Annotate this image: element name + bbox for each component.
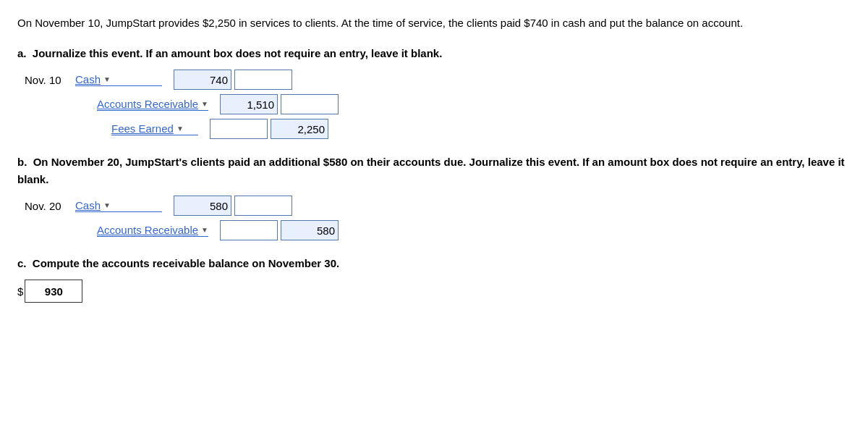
amount-pair-b1 (174, 196, 292, 216)
section-b-journal: Nov. 20 Cash ▼ Accounts Receivable ▼ (25, 196, 851, 240)
journal-row-a2: Accounts Receivable ▼ (97, 94, 851, 114)
intro-text: On November 10, JumpStart provides $2,25… (17, 17, 743, 29)
section-a-journal: Nov. 10 Cash ▼ Accounts Receivable ▼ (25, 70, 851, 139)
debit-input-a1[interactable] (174, 70, 231, 90)
cash-label-b: Cash (75, 199, 101, 211)
amount-pair-b2 (220, 220, 339, 240)
amount-pair-a2 (220, 94, 339, 114)
section-b-instruction: On November 20, JumpStart's clients paid… (17, 156, 845, 185)
credit-input-a2[interactable] (281, 94, 339, 114)
cash-dropdown-a[interactable]: Cash ▼ (75, 73, 162, 86)
debit-input-a3[interactable] (210, 119, 268, 139)
debit-input-b1[interactable] (174, 196, 231, 216)
section-c-letter: c. (17, 257, 27, 269)
accounts-receivable-label-a: Accounts Receivable (97, 98, 198, 110)
cash-label-a: Cash (75, 73, 101, 85)
section-a-letter: a. (17, 47, 27, 59)
amount-pair-a1 (174, 70, 292, 90)
cash-arrow-a: ▼ (103, 75, 111, 83)
credit-input-a3[interactable] (271, 119, 328, 139)
debit-input-a2[interactable] (220, 94, 278, 114)
section-c: c. Compute the accounts receivable balan… (17, 255, 851, 303)
section-a-instruction: Journalize this event. If an amount box … (33, 47, 443, 59)
section-a-label: a. Journalize this event. If an amount b… (17, 45, 851, 62)
cash-arrow-b: ▼ (103, 201, 111, 209)
accounts-receivable-arrow-b: ▼ (201, 226, 208, 234)
intro-paragraph: On November 10, JumpStart provides $2,25… (17, 14, 851, 32)
accounts-receivable-dropdown-a[interactable]: Accounts Receivable ▼ (97, 98, 208, 111)
accounts-receivable-arrow-a: ▼ (201, 100, 208, 108)
section-b: b. On November 20, JumpStart's clients p… (17, 154, 851, 240)
balance-row: $ (17, 280, 851, 303)
credit-input-b2[interactable] (281, 220, 339, 240)
section-c-label: c. Compute the accounts receivable balan… (17, 255, 851, 272)
section-b-letter: b. (17, 156, 27, 168)
journal-row-b1: Nov. 20 Cash ▼ (25, 196, 851, 216)
date-nov20: Nov. 20 (25, 200, 75, 212)
section-a: a. Journalize this event. If an amount b… (17, 45, 851, 139)
fees-earned-label-a: Fees Earned (111, 122, 174, 135)
journal-row-b2: Accounts Receivable ▼ (97, 220, 851, 240)
fees-earned-arrow-a: ▼ (176, 125, 184, 133)
section-c-instruction: Compute the accounts receivable balance … (33, 257, 339, 269)
cash-dropdown-b[interactable]: Cash ▼ (75, 199, 162, 212)
amount-pair-a3 (210, 119, 328, 139)
journal-row-a1: Nov. 10 Cash ▼ (25, 70, 851, 90)
section-b-label: b. On November 20, JumpStart's clients p… (17, 154, 851, 188)
accounts-receivable-label-b: Accounts Receivable (97, 224, 198, 236)
date-nov10: Nov. 10 (25, 74, 75, 86)
credit-input-b1[interactable] (234, 196, 292, 216)
debit-input-b2[interactable] (220, 220, 278, 240)
dollar-sign: $ (17, 285, 23, 298)
credit-input-a1[interactable] (234, 70, 292, 90)
accounts-receivable-dropdown-b[interactable]: Accounts Receivable ▼ (97, 224, 208, 237)
balance-input[interactable] (25, 280, 82, 303)
fees-earned-dropdown-a[interactable]: Fees Earned ▼ (111, 122, 198, 135)
journal-row-a3: Fees Earned ▼ (111, 119, 851, 139)
